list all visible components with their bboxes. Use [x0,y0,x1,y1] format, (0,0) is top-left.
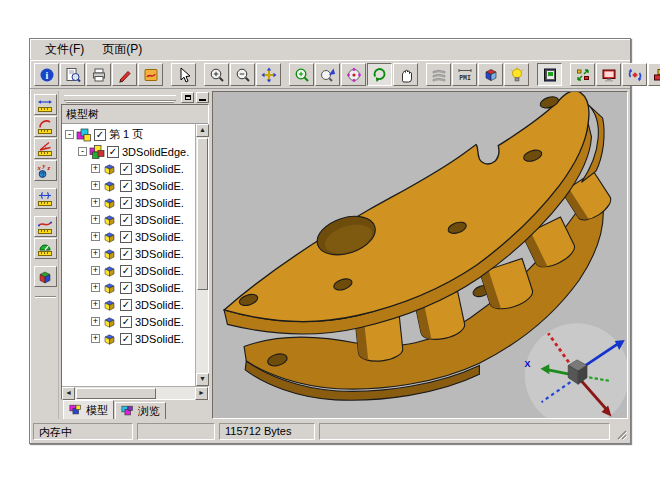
zoom-dynamic-icon [320,67,336,83]
rotate-view-button[interactable] [341,63,366,86]
tree-item-label: 3DSolidE. [135,333,184,345]
expand-icon[interactable]: + [91,334,100,343]
measure-gap-button[interactable] [34,188,57,209]
expand-icon[interactable]: + [91,317,100,326]
explode-button[interactable] [570,63,595,86]
tree-row[interactable]: +✓3DSolidE. [62,279,195,296]
visibility-checkbox[interactable]: ✓ [120,214,132,226]
scroll-up-button[interactable]: ▲ [196,124,209,137]
measure-gauge-button[interactable] [34,238,57,259]
update-view-button[interactable] [622,63,647,86]
tree-item-label: 3DSolidE. [135,265,184,277]
tree-row[interactable]: -✓第 1 页 [62,126,195,143]
measure-angle-button[interactable] [34,138,57,159]
measure-curve-button[interactable] [34,216,57,237]
visibility-checkbox[interactable]: ✓ [120,163,132,175]
scroll-thumb[interactable] [197,138,208,290]
measure-arc-button[interactable] [34,116,57,137]
expand-icon[interactable]: + [91,266,100,275]
tree-row[interactable]: +✓3DSolidE. [62,245,195,262]
tree-horizontal-scrollbar[interactable]: ◄ ► [62,386,208,399]
scroll-right-button[interactable]: ► [195,387,208,400]
zoom-window-button[interactable] [289,63,314,86]
tree-row[interactable]: +✓3DSolidE. [62,160,195,177]
print-button[interactable] [86,63,111,86]
tree-body: -✓第 1 页-✓3DSolidEdge.+✓3DSolidE.+✓3DSoli… [62,124,195,386]
lighting-button[interactable] [504,63,529,86]
pan-hand-button[interactable] [393,63,418,86]
visibility-checkbox[interactable]: ✓ [120,180,132,192]
scroll-thumb[interactable] [76,388,156,399]
expand-icon[interactable]: + [91,232,100,241]
menubar: 文件(F)页面(P) [30,39,630,60]
tree-row[interactable]: +✓3DSolidE. [62,228,195,245]
visibility-checkbox[interactable]: ✓ [120,197,132,209]
collapse-icon[interactable]: - [78,147,87,156]
visibility-checkbox[interactable]: ✓ [120,299,132,311]
expand-icon[interactable]: + [91,283,100,292]
tree-row[interactable]: +✓3DSolidE. [62,211,195,228]
render-mode-button[interactable] [478,63,503,86]
visibility-checkbox[interactable]: ✓ [120,333,132,345]
info-button[interactable]: i [34,63,59,86]
tree-item-label: 3DSolidE. [135,163,184,175]
expand-icon[interactable]: + [91,181,100,190]
measure-distance-button[interactable] [34,94,57,115]
visibility-checkbox[interactable]: ✓ [120,282,132,294]
scroll-left-button[interactable]: ◄ [62,387,75,400]
menu-page[interactable]: 页面(P) [93,39,151,60]
select-button[interactable] [171,63,196,86]
tree-row[interactable]: -✓3DSolidEdge. [62,143,195,160]
hidden-lines-button[interactable] [426,63,451,86]
pmi-button[interactable]: PMI [452,63,477,86]
tree-row[interactable]: +✓3DSolidE. [62,177,195,194]
visibility-checkbox[interactable]: ✓ [120,248,132,260]
scroll-down-button[interactable]: ▼ [196,373,209,386]
collapse-icon[interactable]: - [65,130,74,139]
3d-viewport[interactable]: Z Y X [212,91,628,419]
measure-volume-icon [37,269,53,285]
scroll-track[interactable] [196,291,208,373]
spin-view-button[interactable] [367,63,392,86]
zoom-in-button[interactable] [204,63,229,86]
parts-button[interactable] [648,63,660,86]
measure-gauge-icon [37,241,53,257]
measure-coordinate-button[interactable]: xyz [34,160,57,181]
pan-button[interactable] [256,63,281,86]
expand-icon[interactable]: + [91,300,100,309]
orientation-triad[interactable]: Z Y X [525,323,627,418]
screen-button[interactable] [596,63,621,86]
panel-top [61,91,209,104]
tree-row[interactable]: +✓3DSolidE. [62,330,195,347]
scroll-track[interactable] [157,387,195,399]
expand-icon[interactable]: + [91,215,100,224]
zoom-dynamic-button[interactable] [315,63,340,86]
expand-icon[interactable]: + [91,249,100,258]
zoom-out-button[interactable] [230,63,255,86]
visibility-checkbox[interactable]: ✓ [120,231,132,243]
visibility-checkbox[interactable]: ✓ [94,129,106,141]
menu-file[interactable]: 文件(F) [36,39,93,60]
panel-hide-button[interactable] [196,92,209,103]
resize-grip-icon[interactable] [614,427,627,440]
print-preview-button[interactable] [60,63,85,86]
expand-icon[interactable]: + [91,164,100,173]
tree-row[interactable]: +✓3DSolidE. [62,194,195,211]
panel-float-button[interactable] [181,92,194,103]
notebook-button[interactable] [537,63,562,86]
visibility-checkbox[interactable]: ✓ [107,146,119,158]
measure-volume-button[interactable] [34,266,57,287]
tree-item-label: 3DSolidE. [135,299,184,311]
tree-vertical-scrollbar[interactable]: ▲ ▼ [195,124,208,386]
visibility-checkbox[interactable]: ✓ [120,316,132,328]
tab-browse[interactable]: 浏览 [115,402,166,419]
visibility-checkbox[interactable]: ✓ [120,265,132,277]
tree-row[interactable]: +✓3DSolidE. [62,262,195,279]
expand-icon[interactable]: + [91,198,100,207]
tab-model[interactable]: 模型 [63,400,114,419]
panel-drag-grip[interactable] [64,95,176,101]
stamp-button[interactable] [138,63,163,86]
tree-row[interactable]: +✓3DSolidE. [62,296,195,313]
markup-button[interactable] [112,63,137,86]
tree-row[interactable]: +✓3DSolidE. [62,313,195,330]
